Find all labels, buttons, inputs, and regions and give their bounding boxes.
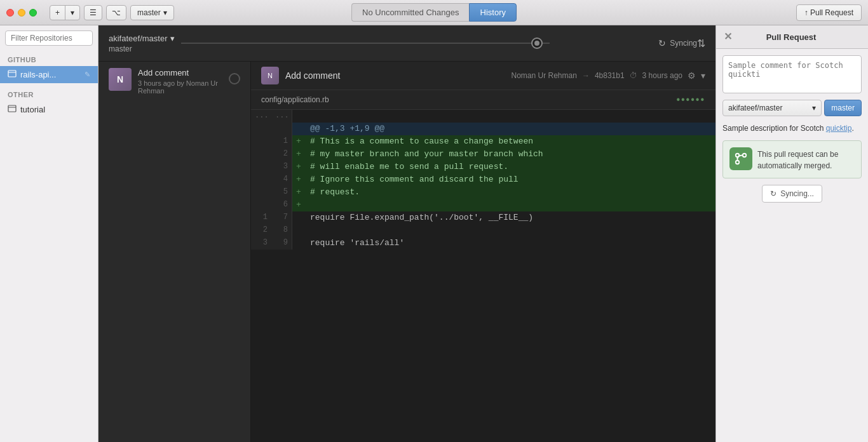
- pr-description-link[interactable]: quicktip: [826, 124, 852, 133]
- tutorial-repo-icon: [8, 104, 17, 115]
- diff-gear-button[interactable]: ⚙: [688, 70, 696, 81]
- github-section: GitHub rails-api... ✎: [0, 51, 98, 86]
- branch-info: akifateef/master ▾ master: [109, 34, 175, 53]
- branch-selector[interactable]: akifateef/master ▾: [109, 34, 175, 43]
- pr-panel: ✕ Pull Request akifateef/master ▾ master…: [715, 25, 868, 442]
- add-dropdown-button[interactable]: ▾: [65, 6, 79, 20]
- pr-description-end: .: [851, 124, 853, 133]
- diff-line: 5 + # request.: [251, 186, 715, 199]
- diff-line-code: # will enable me to send a pull request.: [305, 161, 715, 173]
- pr-merge-text: This pull request can be automatically m…: [757, 147, 855, 171]
- pr-description-text: Sample description for Scotch: [722, 124, 826, 133]
- diff-title: Add comment: [285, 70, 340, 81]
- close-button[interactable]: [6, 9, 14, 17]
- diff-commit-info: N Add comment: [261, 67, 340, 84]
- pr-merge-area: This pull request can be automatically m…: [722, 140, 862, 178]
- svg-point-9: [736, 161, 740, 164]
- line-num-new: 6: [271, 199, 292, 211]
- pr-header: ✕ Pull Request: [716, 25, 868, 49]
- pull-request-button[interactable]: ↑ Pull Request: [796, 4, 862, 21]
- add-button[interactable]: +: [50, 6, 65, 20]
- diff-line-nums: 3: [251, 161, 292, 173]
- diff-arrow: →: [582, 71, 590, 80]
- diff-line-nums: 4: [251, 173, 292, 186]
- branch-from-label: akifateef/master: [109, 34, 168, 43]
- commit-list: N Add comment 3 hours ago by Noman Ur Re…: [98, 62, 251, 442]
- diff-expand-dots: ••••••: [676, 94, 705, 105]
- repo-icon: [8, 69, 17, 80]
- diff-line-nums: 3 9: [251, 237, 292, 250]
- traffic-lights: [6, 9, 37, 17]
- commit-graph-svg: [181, 30, 653, 56]
- diff-line-nums: 2 8: [251, 224, 292, 237]
- commit-graph-area: [181, 30, 653, 56]
- line-num-old: 3: [251, 237, 271, 250]
- sidebar-toggle-button[interactable]: ☰: [84, 5, 102, 20]
- minimize-button[interactable]: [18, 9, 25, 17]
- svg-point-6: [534, 41, 539, 46]
- line-num-old: 1: [251, 211, 271, 224]
- diff-line-nums: 1: [251, 135, 292, 148]
- sidebar-item-tutorial[interactable]: tutorial: [0, 101, 98, 118]
- diff-plus-marker: +: [292, 148, 305, 161]
- diff-line-nums: 2: [251, 148, 292, 161]
- diff-line: ... ...: [251, 110, 715, 123]
- line-num-new: 2: [271, 148, 292, 161]
- tab-no-uncommitted-changes[interactable]: No Uncommitted Changes: [351, 3, 469, 22]
- pr-base-branch-button[interactable]: master: [824, 100, 862, 116]
- diff-line-code: require 'rails/all': [305, 237, 715, 250]
- tab-group: No Uncommitted Changes History: [351, 3, 517, 22]
- diff-author: Noman Ur Rehman: [512, 71, 577, 80]
- diff-meta: Noman Ur Rehman → 4b831b1 ⏱ 3 hours ago …: [512, 70, 705, 81]
- diff-file-bar: config/application.rb ••••••: [251, 90, 715, 110]
- line-num-old: [251, 148, 271, 161]
- merge-button[interactable]: ⇅: [697, 37, 705, 50]
- tab-history[interactable]: History: [470, 3, 517, 22]
- commit-item[interactable]: N Add comment 3 hours ago by Noman Ur Re…: [98, 62, 250, 102]
- sidebar-item-rails-api[interactable]: rails-api... ✎: [0, 66, 98, 83]
- pr-merge-icon: [729, 147, 752, 170]
- commit-diff-layout: N Add comment 3 hours ago by Noman Ur Re…: [98, 62, 715, 442]
- diff-area: N Add comment Noman Ur Rehman → 4b831b1 …: [251, 62, 715, 442]
- line-num-new: 4: [271, 173, 292, 186]
- diff-line-code: @@ -1,3 +1,9 @@: [305, 123, 715, 135]
- diff-filename: config/application.rb: [261, 95, 329, 104]
- tutorial-label: tutorial: [20, 105, 45, 114]
- diff-line-code: require File.expand_path('../boot', __FI…: [305, 211, 715, 224]
- line-num-new: 3: [271, 161, 292, 173]
- line-num-new: [271, 123, 292, 135]
- pr-close-button[interactable]: ✕: [724, 32, 732, 42]
- diff-line-code: # This is a comment to cause a change be…: [305, 135, 715, 148]
- pr-branch-from-select[interactable]: akifateef/master ▾: [722, 100, 822, 116]
- line-num-new: 5: [271, 186, 292, 199]
- pr-branch-chevron-icon: ▾: [812, 104, 816, 112]
- sync-label: Syncing: [670, 39, 697, 48]
- main-layout: GitHub rails-api... ✎ Other: [0, 25, 868, 442]
- diff-line: 4 + # Ignore this comment and discard th…: [251, 173, 715, 186]
- filter-repositories-input[interactable]: [5, 30, 93, 46]
- add-btn-group[interactable]: + ▾: [50, 5, 80, 20]
- branch-bar: akifateef/master ▾ master ↻ Syncing ⇅: [98, 25, 715, 62]
- diff-line-nums: ... ...: [251, 110, 292, 123]
- line-num-old: [251, 173, 271, 186]
- history-toggle-button[interactable]: ⌥: [106, 5, 126, 20]
- maximize-button[interactable]: [29, 9, 37, 17]
- diff-content: ... ... @@ -1,3 +1,9 @@: [251, 110, 715, 442]
- pr-branch-row: akifateef/master ▾ master: [722, 100, 862, 116]
- pr-branch-from-label: akifateef/master: [728, 104, 782, 112]
- diff-line: @@ -1,3 +1,9 @@: [251, 123, 715, 135]
- diff-line-nums: [251, 123, 292, 135]
- other-section: Other tutorial: [0, 86, 98, 121]
- pr-comment-input[interactable]: [722, 55, 862, 93]
- line-num-old: [251, 199, 271, 211]
- github-section-header: GitHub: [0, 53, 98, 66]
- branch-selector-button[interactable]: master ▾: [130, 5, 174, 20]
- line-num-old: [251, 123, 271, 135]
- pr-syncing-button[interactable]: ↻ Syncing...: [762, 185, 822, 203]
- line-num-old: 2: [251, 224, 271, 237]
- diff-dropdown-button[interactable]: ▾: [701, 70, 705, 81]
- diff-line-nums: 6: [251, 199, 292, 211]
- edit-icon[interactable]: ✎: [85, 70, 90, 79]
- branch-from-chevron-icon: ▾: [170, 34, 175, 43]
- diff-plus-marker: +: [292, 173, 305, 186]
